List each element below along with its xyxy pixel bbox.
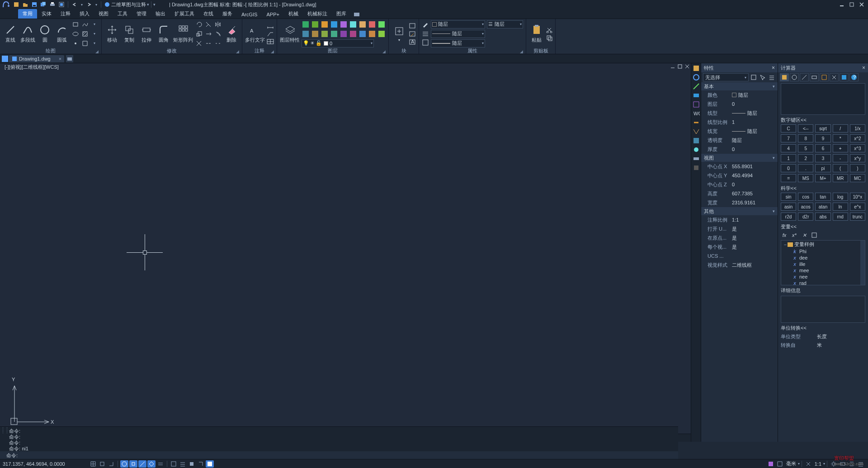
property-row[interactable]: 在原点...是 (701, 233, 778, 242)
calc-mode-icon[interactable] (830, 73, 839, 81)
var-tool-icon[interactable]: x* (791, 232, 798, 239)
command-input[interactable] (18, 452, 678, 459)
panel-close-icon[interactable]: × (772, 65, 775, 71)
list-icon[interactable] (422, 30, 429, 38)
calc-key[interactable]: 3 (815, 154, 830, 162)
quick-select-icon[interactable] (759, 73, 767, 81)
osnap-icon[interactable] (129, 460, 137, 468)
status-icon[interactable] (197, 460, 205, 468)
arc-button[interactable]: 圆弧 (54, 24, 70, 43)
tab-manage[interactable]: 管理 (132, 9, 151, 19)
line-button[interactable]: 直线 (3, 24, 18, 43)
break-icon[interactable] (214, 39, 222, 47)
rect-icon[interactable] (71, 20, 80, 28)
layer-tool-icon[interactable] (377, 30, 386, 38)
calc-key[interactable]: ) (850, 164, 865, 172)
layer-tool-icon[interactable] (359, 20, 367, 28)
extend-icon[interactable] (204, 30, 212, 38)
calc-key[interactable]: 10^x (850, 193, 865, 201)
layer-tool-icon[interactable] (349, 30, 357, 38)
workspace-dropdown-icon[interactable]: ▾ (147, 2, 149, 7)
calc-mode-icon[interactable] (780, 73, 789, 81)
palette-icon[interactable] (692, 128, 700, 136)
var-tool-icon[interactable]: ✕ (801, 232, 808, 239)
layer-tool-icon[interactable] (302, 20, 310, 28)
calc-key[interactable]: C (781, 124, 796, 132)
property-row[interactable]: 中心点 X555.8901 (701, 162, 778, 171)
calc-mode-icon[interactable] (840, 73, 849, 81)
calc-key[interactable]: = (781, 174, 796, 182)
layer-tool-icon[interactable] (368, 30, 376, 38)
trim-icon[interactable] (204, 20, 212, 28)
mirror-icon[interactable] (214, 20, 222, 28)
expand-icon[interactable]: ◢ (520, 49, 523, 54)
calc-key[interactable]: . (798, 164, 813, 172)
layer-tool-icon[interactable] (321, 20, 329, 28)
property-row[interactable]: 每个视...是 (701, 242, 778, 251)
annotation-scale-icon[interactable] (804, 460, 812, 468)
redo-icon[interactable] (85, 1, 93, 8)
layer-tool-icon[interactable] (340, 20, 348, 28)
tree-leaf[interactable]: xnee (781, 274, 865, 280)
tab-online[interactable]: 在线 (199, 9, 218, 19)
calc-key[interactable]: r2d (781, 213, 796, 221)
calc-key[interactable]: rnd (833, 213, 848, 221)
layer-tool-icon[interactable] (368, 20, 376, 28)
calc-key[interactable]: <-- (798, 124, 813, 132)
scale-icon[interactable] (195, 30, 203, 38)
grid-icon[interactable] (89, 460, 97, 468)
edit-block-icon[interactable] (409, 31, 416, 37)
copy-clip-icon[interactable] (546, 35, 552, 41)
property-row[interactable]: 厚度0 (701, 145, 778, 154)
calc-key[interactable]: atan (815, 203, 830, 211)
expand-icon[interactable]: ◢ (271, 49, 274, 54)
calc-key[interactable]: tan (815, 193, 830, 201)
var-tool-icon[interactable] (811, 232, 818, 239)
erase-button[interactable]: 删除 (224, 24, 239, 43)
calc-key[interactable]: 1 (781, 154, 796, 162)
copy-button[interactable]: 复制 (122, 24, 137, 43)
tab-tools[interactable]: 工具 (113, 9, 132, 19)
circle-button[interactable]: 圆 (37, 24, 52, 43)
saveall-icon[interactable] (40, 1, 47, 8)
dynamic-icon[interactable] (147, 460, 156, 468)
match-props-icon[interactable] (422, 22, 429, 29)
layer-tool-icon[interactable] (359, 30, 367, 38)
snap-icon[interactable] (98, 460, 106, 468)
color-selector[interactable]: 随层▾ (431, 20, 485, 28)
calc-key[interactable]: x^3 (850, 144, 865, 152)
expand-status-icon[interactable] (857, 460, 865, 468)
tab-service[interactable]: 服务 (218, 9, 237, 19)
otrack-icon[interactable] (138, 460, 146, 468)
property-row[interactable]: UCS ... (701, 251, 778, 260)
status-icon[interactable] (179, 460, 187, 468)
calc-key[interactable]: x^y (850, 154, 865, 162)
calc-key[interactable]: cos (798, 193, 813, 201)
dd-icon[interactable]: ▾ (90, 39, 99, 47)
close-tab-icon[interactable]: × (59, 56, 61, 61)
minimize-button[interactable] (837, 1, 846, 8)
palette-icon[interactable] (692, 164, 700, 172)
property-row[interactable]: 打开 U...是 (701, 224, 778, 233)
tab-insert[interactable]: 插入 (75, 9, 94, 19)
array-button[interactable]: 矩形阵列 (173, 24, 193, 43)
property-row[interactable]: 高度607.7385 (701, 189, 778, 198)
create-block-icon[interactable] (409, 23, 416, 29)
join-icon[interactable] (204, 39, 212, 47)
vp-min-icon[interactable] (670, 64, 676, 70)
scrollbar[interactable] (860, 241, 865, 285)
variable-tree[interactable]: −变量样例 kPhixdeexillexmeexneexrad (781, 240, 865, 285)
props-section-header[interactable]: 视图▾ (701, 154, 778, 162)
open-icon[interactable] (22, 1, 29, 8)
palette-icon[interactable] (692, 118, 700, 127)
props-section-header[interactable]: 其他▾ (701, 207, 778, 215)
palette-icon[interactable] (692, 73, 700, 81)
calc-key[interactable]: / (833, 124, 848, 132)
status-scale[interactable]: 1:1 (815, 461, 821, 467)
unit-row[interactable]: 转换自米 (778, 341, 868, 350)
grip-icon[interactable]: ⋮⋮⋮⋮ (1, 428, 5, 433)
property-row[interactable]: 中心点 Z0 (701, 180, 778, 189)
calc-key[interactable]: 5 (798, 144, 813, 152)
layer-tool-icon[interactable] (377, 20, 386, 28)
gear-icon[interactable] (830, 460, 838, 468)
